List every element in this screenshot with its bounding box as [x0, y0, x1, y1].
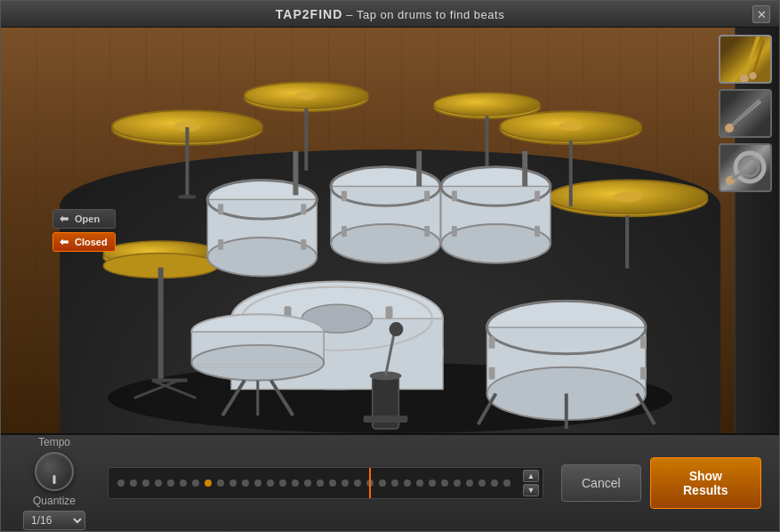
svg-rect-81: [640, 367, 647, 380]
timeline-controls: ▲ ▼: [519, 470, 543, 496]
svg-rect-88: [416, 151, 422, 187]
timeline-playhead: [369, 468, 371, 498]
svg-rect-33: [301, 204, 306, 214]
svg-rect-43: [424, 226, 430, 237]
timeline-dot-24[interactable]: [416, 480, 423, 487]
timeline-dot-12[interactable]: [267, 480, 274, 487]
subtitle-text: – Tap on drums to find beats: [342, 8, 504, 21]
timeline-dot-1[interactable]: [130, 480, 137, 487]
timeline-dot-23[interactable]: [404, 480, 411, 487]
thumb-brushes-button[interactable]: [719, 89, 772, 138]
svg-rect-79: [489, 367, 495, 380]
svg-point-38: [331, 224, 440, 263]
svg-rect-87: [293, 151, 298, 196]
timeline-dot-15[interactable]: [304, 480, 311, 487]
show-results-button[interactable]: Show Results: [650, 457, 761, 509]
timeline-dot-16[interactable]: [317, 480, 324, 487]
timeline-dot-26[interactable]: [441, 480, 448, 487]
svg-point-22: [434, 93, 540, 116]
svg-rect-27: [304, 109, 308, 170]
timeline-dot-3[interactable]: [155, 480, 162, 487]
quantize-select[interactable]: 1/4 1/8 1/16 1/32: [23, 511, 85, 530]
timeline-dot-22[interactable]: [391, 480, 398, 487]
svg-point-15: [614, 191, 642, 202]
cancel-button[interactable]: Cancel: [561, 464, 641, 502]
quantize-label: Quantize: [33, 495, 76, 507]
svg-point-93: [748, 71, 758, 81]
brand-tap: TAP: [276, 7, 302, 21]
svg-rect-83: [364, 415, 408, 423]
svg-point-65: [191, 345, 324, 381]
timeline-dot-8[interactable]: [217, 480, 224, 487]
svg-rect-35: [301, 239, 306, 250]
svg-rect-49: [535, 190, 540, 201]
timeline-dot-9[interactable]: [229, 480, 237, 487]
timeline-dot-11[interactable]: [254, 480, 261, 487]
svg-rect-34: [218, 239, 223, 250]
svg-point-86: [390, 322, 404, 336]
close-button[interactable]: ✕: [752, 5, 770, 23]
timeline-dot-2[interactable]: [142, 480, 149, 487]
timeline-dot-29[interactable]: [478, 480, 486, 487]
timeline-dot-5[interactable]: [180, 480, 187, 487]
timeline-dot-25[interactable]: [429, 480, 436, 487]
timeline-dot-0[interactable]: [117, 480, 125, 487]
timeline-dots: [109, 480, 519, 487]
hoop-icon: [720, 145, 770, 190]
timeline-dot-13[interactable]: [279, 480, 286, 487]
svg-rect-42: [342, 226, 347, 237]
timeline-dot-18[interactable]: [342, 480, 349, 487]
hihat-open-button[interactable]: ⬅ Open: [52, 209, 116, 229]
hihat-open-label: Open: [75, 214, 100, 224]
timeline-track[interactable]: ▲ ▼: [108, 467, 543, 499]
tempo-knob[interactable]: [35, 452, 74, 491]
timeline-up-button[interactable]: ▲: [523, 470, 539, 482]
svg-rect-78: [489, 336, 495, 349]
timeline-dot-28[interactable]: [466, 480, 473, 487]
timeline-area: ▲ ▼: [108, 467, 543, 499]
timeline-down-button[interactable]: ▼: [523, 484, 539, 496]
svg-rect-62: [386, 306, 393, 318]
timeline-dot-14[interactable]: [292, 480, 299, 487]
svg-rect-48: [452, 190, 457, 201]
svg-rect-4: [186, 127, 189, 197]
svg-rect-80: [640, 336, 647, 349]
drum-area: ⬅ Open ⬅ Closed: [1, 28, 779, 433]
svg-point-97: [725, 124, 734, 133]
timeline-dot-30[interactable]: [491, 480, 498, 487]
hihat-closed-button[interactable]: ⬅ Closed: [52, 232, 116, 252]
svg-point-30: [207, 238, 317, 277]
timeline-dot-10[interactable]: [242, 480, 249, 487]
svg-rect-41: [424, 190, 430, 201]
thumb-sticks-button[interactable]: [719, 35, 772, 84]
timeline-dot-7[interactable]: [205, 480, 212, 487]
main-area: ♩ ⬅ Open ⬅ Closed: [1, 28, 779, 433]
thumbnail-panel: [719, 35, 772, 192]
timeline-dot-31[interactable]: [503, 480, 511, 487]
svg-rect-5: [179, 195, 197, 198]
svg-rect-32: [218, 204, 223, 214]
svg-point-26: [295, 91, 317, 100]
thumb-hoop-button[interactable]: [719, 143, 772, 192]
tempo-label: Tempo: [38, 436, 70, 448]
svg-rect-20: [569, 141, 573, 206]
svg-rect-9: [158, 268, 164, 383]
timeline-dot-6[interactable]: [192, 480, 199, 487]
timeline-dot-4[interactable]: [167, 480, 174, 487]
tempo-section: Tempo Quantize 1/4 1/8 1/16 1/32: [19, 436, 90, 530]
timeline-dot-19[interactable]: [354, 480, 361, 487]
brand-two: 2: [302, 7, 310, 21]
svg-rect-40: [342, 190, 347, 201]
open-arrow-icon: ⬅: [58, 213, 70, 225]
title-text: TAP2FIND – Tap on drums to find beats: [276, 7, 504, 21]
timeline-dot-27[interactable]: [454, 480, 461, 487]
svg-point-46: [441, 224, 551, 263]
drum-kit-svg[interactable]: [1, 28, 779, 433]
svg-rect-51: [535, 226, 540, 237]
hihat-closed-label: Closed: [75, 237, 108, 247]
timeline-dot-17[interactable]: [329, 480, 336, 487]
closed-arrow-icon: ⬅: [58, 236, 70, 248]
timeline-dot-21[interactable]: [379, 480, 386, 487]
svg-rect-50: [452, 226, 457, 237]
svg-rect-89: [522, 151, 527, 187]
